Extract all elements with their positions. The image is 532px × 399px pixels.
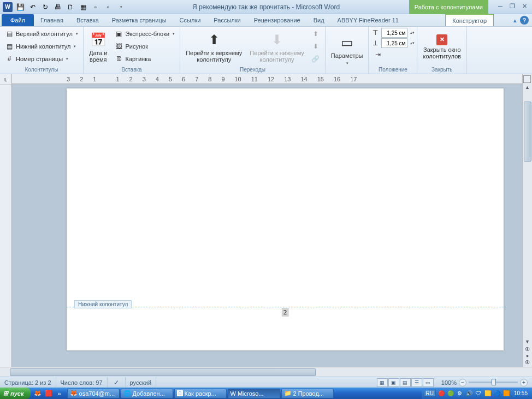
qat-customize[interactable]: ▾	[115, 2, 126, 13]
tray-icon[interactable]: 🟧	[503, 390, 510, 397]
help-button[interactable]: ?	[520, 16, 529, 25]
horizontal-scrollbar[interactable]	[0, 367, 532, 377]
tray-icon[interactable]: 🔵	[493, 390, 501, 397]
qat-button-b[interactable]: ▦	[78, 2, 88, 13]
ruler-toggle-button[interactable]	[523, 75, 531, 83]
view-print-layout[interactable]: ▦	[377, 378, 388, 387]
spinner-icon[interactable]: ▴▾	[410, 31, 415, 35]
tab-file[interactable]: Файл	[2, 14, 34, 26]
header-top-input[interactable]	[381, 28, 407, 38]
nav-prev-button[interactable]: ⬆	[309, 28, 323, 40]
taskbar-item-5[interactable]: 📁2 Провод...	[281, 389, 334, 398]
header-button[interactable]: ▤Верхний колонтитул▾	[2, 28, 81, 40]
ql-icon-1[interactable]: 🦊	[33, 389, 43, 398]
tray-icon[interactable]: 🔴	[438, 390, 445, 397]
group-label: Колонтитулы	[2, 65, 81, 74]
zoom-thumb[interactable]	[492, 379, 496, 385]
tray-icon[interactable]: ⚙	[456, 390, 464, 397]
title-bar: W 💾 ↶ ↻ 🖶 🗋 ▦ ▫ ▫ ▾ Я рекомендую так же …	[0, 0, 532, 14]
scroll-thumb-h[interactable]	[10, 368, 316, 376]
tray-icon[interactable]: 🛡	[475, 390, 482, 397]
footer-from-bottom[interactable]: ⊥▴▾	[371, 38, 415, 48]
quick-parts-button[interactable]: ▣Экспресс-блоки▾	[112, 28, 178, 40]
minimize-button[interactable]: ─	[496, 2, 505, 10]
tab-mailings[interactable]: Рассылки	[207, 14, 247, 26]
goto-header-button[interactable]: ⬆ Перейти к верхнемуколонтитулу	[182, 28, 245, 65]
zoom-controls: 100% − +	[437, 379, 532, 386]
tab-references[interactable]: Ссылки	[173, 14, 208, 26]
restore-button[interactable]: ❐	[508, 2, 517, 10]
view-draft[interactable]: ▭	[423, 378, 434, 387]
spinner-icon[interactable]: ▴▾	[410, 41, 415, 45]
firefox-icon: 🦊	[70, 390, 78, 397]
qat-button-a[interactable]: 🗋	[65, 2, 76, 13]
tab-home[interactable]: Главная	[34, 14, 70, 26]
taskbar-item-1[interactable]: 🦊osa704@m...	[67, 389, 120, 398]
quick-launch: 🦊 🟥 »	[31, 389, 67, 398]
calendar-icon: 📅	[90, 31, 107, 49]
language-indicator[interactable]: RU	[424, 390, 436, 397]
start-button[interactable]: ⊞пуск	[0, 388, 31, 399]
taskbar-item-4[interactable]: WMicroso...	[228, 389, 280, 398]
print-preview-button[interactable]: 🖶	[52, 2, 63, 13]
link-prev-button[interactable]: 🔗	[309, 53, 323, 65]
taskbar-item-2[interactable]: 🌐Добавлен...	[121, 389, 173, 398]
zoom-slider[interactable]	[469, 382, 518, 383]
windows-taskbar: ⊞пуск 🦊 🟥 » 🦊osa704@m... 🌐Добавлен... 🅾К…	[0, 388, 532, 399]
page-number-button[interactable]: #Номер страницы▾	[2, 53, 81, 65]
undo-button[interactable]: ↶	[27, 2, 38, 13]
ql-expand[interactable]: »	[55, 389, 64, 398]
vertical-ruler[interactable]	[0, 85, 12, 377]
close-button[interactable]: ✕	[520, 2, 529, 10]
tray-icon[interactable]: 🔊	[465, 390, 473, 397]
pagenum-label: Номер страницы	[16, 56, 63, 62]
ql-icon-2[interactable]: 🟥	[44, 389, 54, 398]
scroll-up-arrow[interactable]: ▲	[523, 83, 532, 92]
qat-button-d[interactable]: ▫	[103, 2, 114, 13]
redo-button[interactable]: ↻	[40, 2, 51, 13]
date-time-button[interactable]: 📅 Дата ивремя	[86, 28, 111, 65]
view-web[interactable]: ▤	[400, 378, 411, 387]
taskbar-item-3[interactable]: 🅾Как раскр...	[174, 389, 227, 398]
tab-review[interactable]: Рецензирование	[247, 14, 307, 26]
word-app-icon[interactable]: W	[2, 2, 13, 13]
clipart-button[interactable]: 🖻Картинка	[112, 53, 178, 65]
zoom-in-button[interactable]: +	[520, 379, 528, 386]
options-button[interactable]: ▭ Параметры▾	[328, 28, 367, 72]
tab-insert[interactable]: Вставка	[70, 14, 105, 26]
tray-icon[interactable]: 🟢	[447, 390, 454, 397]
status-proofing[interactable]: ✓	[108, 377, 126, 388]
status-language[interactable]: русский	[126, 377, 156, 388]
tab-designer[interactable]: Конструктор	[445, 14, 494, 26]
header-from-top[interactable]: ⊤▴▾	[371, 28, 415, 38]
vertical-scrollbar[interactable]: ▲ ▼ ⦿ ● ⦿	[522, 74, 532, 367]
nav-next-button[interactable]: ⬇	[309, 40, 323, 52]
horizontal-ruler[interactable]: 3211234567891011121314151617	[12, 74, 522, 84]
page[interactable]: Нижний колонтитул 2	[67, 88, 504, 350]
group-label	[328, 72, 367, 74]
tab-abbyy[interactable]: ABBYY FineReader 11	[331, 14, 405, 26]
tray-icon[interactable]: 🟨	[484, 390, 492, 397]
status-words[interactable]: Число слов: 97	[56, 377, 108, 388]
tab-selector[interactable]: L	[0, 74, 12, 85]
save-button[interactable]: 💾	[15, 2, 26, 13]
insert-align-tab-button[interactable]: ⇥	[371, 49, 415, 61]
view-fullscreen[interactable]: ▣	[388, 378, 399, 387]
page-number-field[interactable]: 2	[282, 308, 289, 317]
scroll-thumb[interactable]	[524, 102, 531, 162]
clock[interactable]: 10:55	[512, 390, 530, 396]
footer-button[interactable]: ▤Нижний колонтитул▾	[2, 40, 81, 52]
view-outline[interactable]: ☰	[411, 378, 422, 387]
status-page[interactable]: Страница: 2 из 2	[0, 377, 56, 388]
close-header-footer-button[interactable]: ✕ Закрыть окноколонтитулов	[419, 28, 464, 65]
browse-next[interactable]: ⦿	[523, 358, 532, 367]
goto-footer-button[interactable]: ⬇ Перейти к нижнемуколонтитулу	[246, 28, 307, 65]
tab-layout[interactable]: Разметка страницы	[105, 14, 173, 26]
footer-bottom-input[interactable]	[381, 38, 407, 48]
tab-view[interactable]: Вид	[307, 14, 331, 26]
qat-button-c[interactable]: ▫	[90, 2, 101, 13]
zoom-value[interactable]: 100%	[441, 379, 457, 386]
ribbon-expand-button[interactable]: ▴	[513, 17, 517, 24]
zoom-out-button[interactable]: −	[459, 379, 466, 386]
picture-button[interactable]: 🖼Рисунок	[112, 40, 178, 52]
